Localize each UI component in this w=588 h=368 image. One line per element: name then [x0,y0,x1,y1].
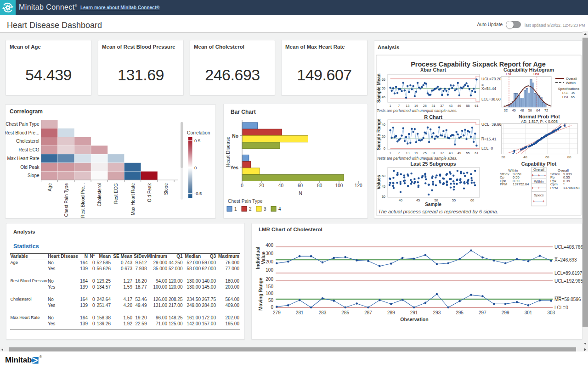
svg-text:Heart Disease: Heart Disease [225,137,231,167]
svg-text:0: 0 [194,165,197,170]
svg-text:0: 0 [241,183,243,188]
svg-text:AD: 1.517, P: < 0.005: AD: 1.517, P: < 0.005 [521,119,558,124]
svg-text:N: N [299,190,302,196]
svg-text:Individual: Individual [255,246,260,269]
svg-text:283: 283 [319,310,327,315]
svg-text:50: 50 [268,298,274,303]
svg-text:-0.5: -0.5 [194,191,202,196]
svg-text:The actual process spread is r: The actual process spread is represented… [378,209,498,214]
svg-text:1: 1 [234,206,237,212]
svg-text:Observation: Observation [400,317,428,322]
svg-text:Sample Range: Sample Range [376,118,381,150]
svg-text:Old Peak: Old Peak [147,183,152,202]
svg-text:Capability Plot: Capability Plot [521,161,557,167]
svg-text:LCL=0: LCL=0 [481,146,493,151]
svg-text:299: 299 [502,310,509,315]
svg-text:0: 0 [271,305,273,310]
svg-text:279: 279 [273,310,281,315]
svg-text:X=246.693: X=246.693 [554,257,577,262]
svg-text:297: 297 [479,310,486,315]
svg-text:R Chart: R Chart [424,114,442,120]
svg-text:60: 60 [382,174,385,178]
svg-text:55: 55 [466,151,470,155]
svg-text:7: 7 [398,151,400,155]
svg-text:137068.58: 137068.58 [563,186,579,190]
svg-text:293: 293 [433,310,441,315]
svg-text:120: 120 [355,183,362,188]
svg-text:60: 60 [545,155,549,159]
svg-text:USL: USL [562,95,569,99]
svg-text:60: 60 [298,183,303,188]
svg-text:55: 55 [452,198,456,202]
svg-text:1: 1 [390,151,391,155]
svg-text:43: 43 [449,151,452,155]
svg-text:100: 100 [266,291,273,296]
svg-text:40: 40 [382,123,385,127]
svg-text:0: 0 [384,146,385,151]
svg-text:80: 80 [317,183,322,188]
svg-text:UCL=39.66: UCL=39.66 [481,122,502,127]
svg-text:LCL=0: LCL=0 [554,305,568,310]
svg-text:Rest Blood Pre...: Rest Blood Pre... [5,130,40,135]
svg-text:No: No [232,134,238,139]
svg-text:3: 3 [264,206,266,212]
svg-text:USL: USL [533,72,540,76]
svg-text:Yes: Yes [230,165,238,170]
svg-text:60: 60 [470,198,474,202]
svg-text:31: 31 [431,151,435,155]
svg-text:285: 285 [341,310,349,315]
svg-text:45: 45 [382,95,385,99]
svg-text:Rest Blood Pre...: Rest Blood Pre... [80,183,85,218]
svg-text:13: 13 [406,104,409,108]
svg-text:40: 40 [512,108,515,112]
svg-text:LCL=89.6197: LCL=89.6197 [554,271,582,276]
svg-text:64: 64 [536,108,540,112]
svg-text:Xbar Chart: Xbar Chart [420,67,447,72]
svg-text:19: 19 [414,104,418,108]
svg-text:48: 48 [520,108,524,112]
svg-text:25: 25 [423,104,427,108]
svg-text:4: 4 [278,206,281,212]
svg-text:Overall: Overall [566,77,577,81]
svg-text:400: 400 [266,243,273,248]
svg-text:Slope: Slope [28,173,40,178]
svg-text:303: 303 [547,310,555,315]
svg-text:UCL=70.20: UCL=70.20 [481,77,502,81]
svg-text:LCL=38.68: LCL=38.68 [481,97,501,101]
svg-text:2: 2 [249,206,252,212]
svg-text:20: 20 [259,183,265,188]
svg-text:43: 43 [449,104,452,108]
svg-text:Sample Mean: Sample Mean [376,73,381,103]
svg-text:Rest ECG: Rest ECG [18,147,39,152]
svg-text:X=54.44: X=54.44 [481,86,496,91]
svg-text:200: 200 [266,277,273,282]
svg-text:32: 32 [504,108,508,112]
svg-text:61: 61 [475,151,478,155]
svg-text:200: 200 [266,259,273,264]
svg-text:Max Heart Rate: Max Heart Rate [7,156,39,161]
svg-text:UCL=192.965: UCL=192.965 [554,279,582,284]
svg-text:19: 19 [414,151,418,155]
svg-text:40: 40 [399,198,402,202]
svg-text:1: 1 [390,104,391,108]
svg-text:300: 300 [266,251,273,256]
svg-text:291: 291 [410,310,418,315]
svg-text:40: 40 [278,183,284,188]
svg-text:289: 289 [387,310,395,315]
svg-text:Tests are performed with unequ: Tests are performed with unequal sample … [377,156,457,161]
svg-text:65: 65 [382,78,385,82]
svg-text:Values: Values [376,175,381,190]
svg-text:Last 25 Subgroups: Last 25 Subgroups [410,161,456,167]
svg-text:Cholesterol: Cholesterol [97,183,102,206]
svg-text:72: 72 [544,108,548,112]
svg-text:Overall: Overall [533,167,544,172]
svg-text:Max Heart Rate: Max Heart Rate [130,183,136,215]
svg-text:Tests are performed with unequ: Tests are performed with unequal sample … [377,108,457,113]
svg-text:45: 45 [416,198,420,202]
svg-text:UCL=403.766: UCL=403.766 [554,245,582,250]
svg-text:55: 55 [466,104,470,108]
svg-text:49: 49 [458,104,461,108]
svg-text:Chest Pain Type: Chest Pain Type [6,122,40,127]
svg-text:Normal Prob Plot: Normal Prob Plot [519,114,560,119]
svg-text:Chest Pain Type: Chest Pain Type [228,199,263,204]
